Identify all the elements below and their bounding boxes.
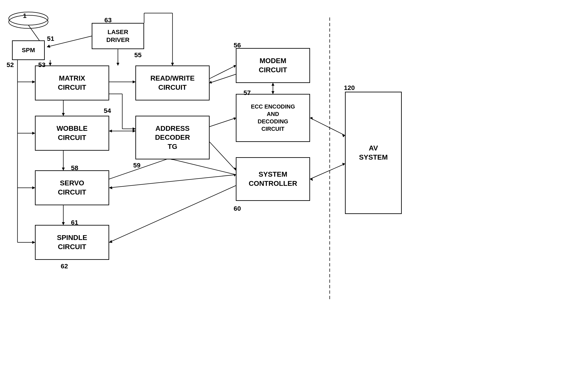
matrix-circuit-block: MATRIX CIRCUIT: [35, 65, 109, 100]
svg-marker-37: [32, 81, 35, 83]
svg-marker-43: [32, 241, 35, 244]
svg-marker-34: [62, 222, 65, 225]
svg-line-46: [109, 186, 236, 242]
svg-marker-28: [109, 130, 112, 132]
svg-marker-20: [272, 91, 274, 94]
label-54: 54: [104, 107, 111, 115]
svg-marker-27: [133, 130, 135, 132]
svg-line-56: [310, 164, 345, 179]
svg-line-44: [109, 175, 236, 188]
label-1: 1: [23, 12, 27, 20]
label-52: 52: [7, 61, 14, 69]
svg-point-0: [9, 15, 48, 28]
label-62: 62: [61, 262, 68, 270]
svg-marker-21: [272, 83, 274, 86]
svg-line-51: [109, 157, 172, 179]
svg-marker-47: [109, 240, 112, 243]
svg-marker-23: [234, 117, 236, 120]
svg-marker-45: [109, 187, 112, 189]
label-57: 57: [243, 89, 251, 96]
svg-line-22: [210, 118, 236, 127]
svg-marker-18: [210, 81, 212, 84]
label-56: 56: [234, 42, 241, 49]
svg-marker-58: [310, 178, 313, 181]
svg-line-24: [210, 142, 236, 170]
ecc-block: ECC ENCODING AND DECODING CIRCUIT: [236, 94, 310, 142]
svg-marker-4: [47, 45, 50, 48]
laser-driver-block: LASER DRIVER: [92, 23, 144, 49]
label-58: 58: [71, 164, 78, 172]
servo-circuit-block: SERVO CIRCUIT: [35, 170, 109, 205]
read-write-circuit-block: READ/WRITE CIRCUIT: [135, 65, 210, 100]
spm-block: SPM: [12, 40, 45, 60]
svg-line-49: [172, 159, 236, 175]
label-59: 59: [133, 162, 140, 169]
label-60: 60: [234, 205, 241, 212]
modem-circuit-block: MODEM CIRCUIT: [236, 48, 310, 83]
label-63: 63: [104, 16, 112, 24]
svg-marker-50: [234, 174, 236, 177]
label-61: 61: [71, 219, 78, 226]
svg-marker-32: [62, 168, 65, 170]
svg-line-17: [210, 74, 236, 83]
svg-marker-16: [234, 65, 236, 68]
address-decoder-block: ADDRESS DECODER TG: [135, 116, 210, 159]
svg-marker-57: [342, 163, 345, 166]
spindle-circuit-block: SPINDLE CIRCUIT: [35, 225, 109, 260]
svg-marker-6: [49, 63, 52, 65]
svg-marker-10: [133, 81, 135, 83]
svg-marker-63: [171, 63, 174, 65]
svg-marker-39: [32, 132, 35, 135]
label-55: 55: [134, 51, 141, 59]
system-controller-block: SYSTEM CONTROLLER: [236, 157, 310, 201]
label-53: 53: [38, 61, 45, 69]
svg-marker-14: [133, 127, 135, 130]
svg-marker-41: [32, 187, 35, 189]
svg-point-1: [9, 12, 48, 25]
wobble-circuit-block: WOBBLE CIRCUIT: [35, 116, 109, 151]
svg-marker-8: [116, 63, 119, 65]
diagram: SPM LASER DRIVER MATRIX CIRCUIT READ/WRI…: [0, 0, 588, 376]
label-51: 51: [47, 35, 54, 42]
label-120: 120: [344, 84, 355, 92]
svg-line-15: [210, 65, 236, 79]
svg-marker-30: [62, 113, 65, 116]
svg-line-53: [310, 118, 345, 135]
av-system-block: AV SYSTEM: [345, 92, 402, 214]
